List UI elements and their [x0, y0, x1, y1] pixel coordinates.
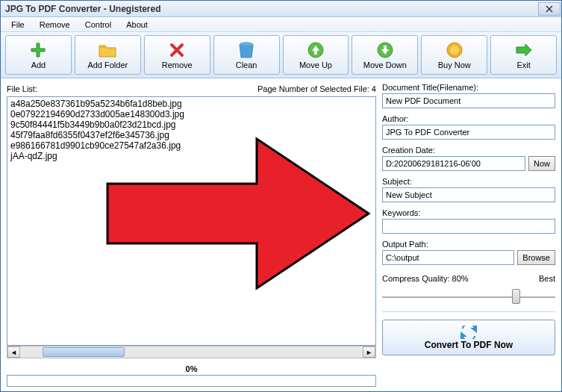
buy-now-label: Buy Now: [438, 60, 471, 69]
move-up-button[interactable]: Move Up: [283, 35, 349, 75]
arrow-up-icon: [305, 41, 326, 59]
scroll-right-button[interactable]: ►: [363, 346, 375, 358]
quality-row: Compress Quality: 80% Best: [382, 274, 555, 283]
exit-button[interactable]: Exit: [490, 35, 557, 75]
progress-area: 0%: [7, 364, 376, 387]
output-path-label: Output Path:: [382, 240, 555, 249]
slider-thumb[interactable]: [512, 289, 520, 304]
list-item[interactable]: e986166781d9901cb90ce27547af2a36.jpg: [10, 140, 372, 151]
svg-point-4: [450, 46, 459, 55]
window-title: JPG To PDF Converter - Unegistered: [5, 4, 160, 14]
toolbar: Add Add Folder Remove Clean Move Up Move…: [1, 32, 561, 78]
coin-icon: [444, 41, 465, 59]
list-item[interactable]: jAA-qdZ.jpg: [10, 151, 372, 161]
menu-file[interactable]: File: [4, 19, 32, 31]
list-item[interactable]: a48a250e837361b95a5234b6fa1d8beb.jpg: [10, 99, 372, 109]
trash-icon: [236, 41, 257, 59]
creation-date-input[interactable]: [382, 156, 525, 171]
creation-date-label: Creation Date:: [382, 146, 555, 155]
quality-best: Best: [539, 274, 555, 283]
divider: [382, 311, 555, 312]
add-label: Add: [31, 60, 46, 69]
list-item[interactable]: 9c50f84441f5b3449b9b0a0f23d21bcd.jpg: [10, 119, 372, 130]
x-icon: [166, 41, 187, 59]
left-panel: File List: Page Number of Selected File:…: [7, 83, 376, 387]
close-button[interactable]: [538, 2, 561, 16]
exit-label: Exit: [516, 60, 530, 69]
doc-title-input[interactable]: [382, 93, 555, 108]
remove-label: Remove: [162, 60, 193, 69]
add-folder-button[interactable]: Add Folder: [75, 35, 141, 75]
titlebar: JPG To PDF Converter - Unegistered: [1, 1, 561, 17]
add-button[interactable]: Add: [5, 35, 72, 75]
horizontal-scrollbar[interactable]: ◄ ►: [7, 346, 376, 358]
menu-control[interactable]: Control: [78, 19, 119, 31]
folder-icon: [97, 41, 118, 59]
slider-line: [382, 296, 555, 298]
list-item[interactable]: 45f79faa8fd6355f0437ef2f6e345736.jpg: [10, 130, 372, 140]
plus-icon: [28, 41, 49, 59]
page-info: Page Number of Selected File: 4: [257, 84, 376, 93]
progress-label: 0%: [7, 364, 376, 373]
subject-input[interactable]: [382, 187, 555, 202]
list-item[interactable]: 0e07922194690d2733d005ae148300d3.jpg: [10, 109, 372, 119]
move-down-label: Move Down: [363, 60, 407, 69]
move-up-label: Move Up: [299, 60, 332, 69]
browse-button[interactable]: Browse: [517, 250, 555, 265]
convert-label: Convert To PDF Now: [425, 340, 513, 350]
scroll-track[interactable]: [20, 346, 363, 358]
content-area: File List: Page Number of Selected File:…: [1, 78, 561, 391]
remove-button[interactable]: Remove: [144, 35, 210, 75]
scroll-left-button[interactable]: ◄: [7, 346, 20, 358]
arrow-down-icon: [375, 41, 396, 59]
quality-label: Compress Quality: 80%: [382, 274, 469, 283]
author-label: Author:: [382, 114, 555, 123]
add-folder-label: Add Folder: [87, 60, 128, 69]
close-icon: [546, 5, 553, 13]
quality-slider[interactable]: [382, 286, 555, 304]
right-panel: Document Title(Filename): Author: Creati…: [382, 83, 555, 387]
clean-label: Clean: [236, 60, 257, 69]
scroll-thumb[interactable]: [43, 347, 125, 357]
output-path-input[interactable]: [382, 250, 514, 265]
move-down-button[interactable]: Move Down: [352, 35, 418, 75]
window-controls: [537, 2, 561, 16]
keywords-label: Keywords:: [382, 208, 555, 217]
clean-button[interactable]: Clean: [213, 35, 280, 75]
subject-label: Subject:: [382, 177, 555, 186]
menu-about[interactable]: About: [119, 19, 155, 31]
left-header: File List: Page Number of Selected File:…: [7, 83, 376, 96]
arrow-right-icon: [513, 41, 534, 59]
convert-icon: [460, 326, 478, 339]
author-input[interactable]: [382, 125, 555, 140]
file-list[interactable]: a48a250e837361b95a5234b6fa1d8beb.jpg 0e0…: [7, 96, 376, 346]
convert-button[interactable]: Convert To PDF Now: [382, 320, 555, 355]
menu-remove[interactable]: Remove: [32, 19, 78, 31]
now-button[interactable]: Now: [528, 156, 555, 171]
progress-bar: [7, 375, 376, 387]
buy-now-button[interactable]: Buy Now: [421, 35, 487, 75]
file-list-label: File List:: [7, 84, 37, 93]
menubar: File Remove Control About: [1, 17, 561, 32]
doc-title-label: Document Title(Filename):: [382, 83, 555, 92]
keywords-input[interactable]: [382, 219, 555, 234]
